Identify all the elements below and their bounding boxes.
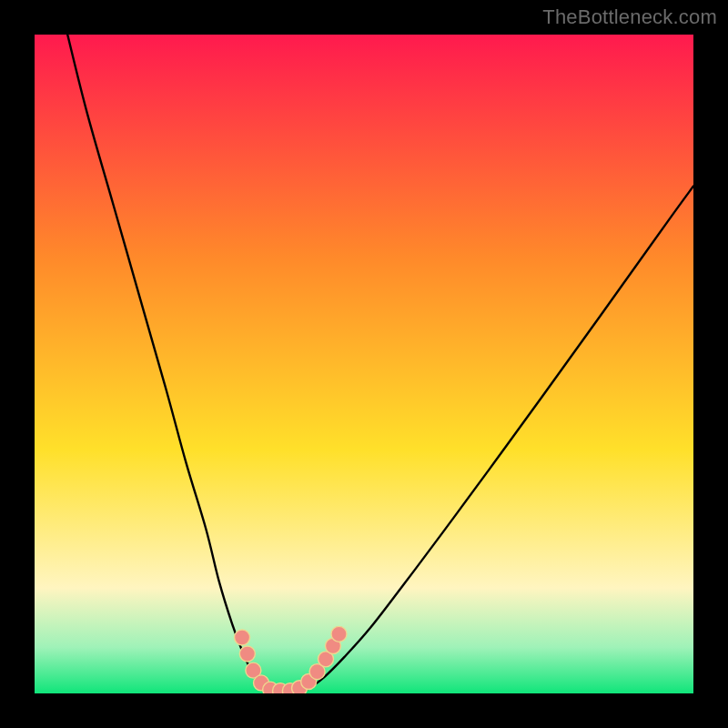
marker-dot bbox=[235, 630, 250, 645]
plot-area bbox=[35, 35, 693, 693]
chart-frame: TheBottleneck.com bbox=[0, 0, 728, 728]
marker-dot bbox=[331, 626, 347, 642]
marker-dot bbox=[239, 646, 255, 662]
bottleneck-dots bbox=[35, 35, 693, 693]
watermark-label: TheBottleneck.com bbox=[542, 5, 717, 29]
